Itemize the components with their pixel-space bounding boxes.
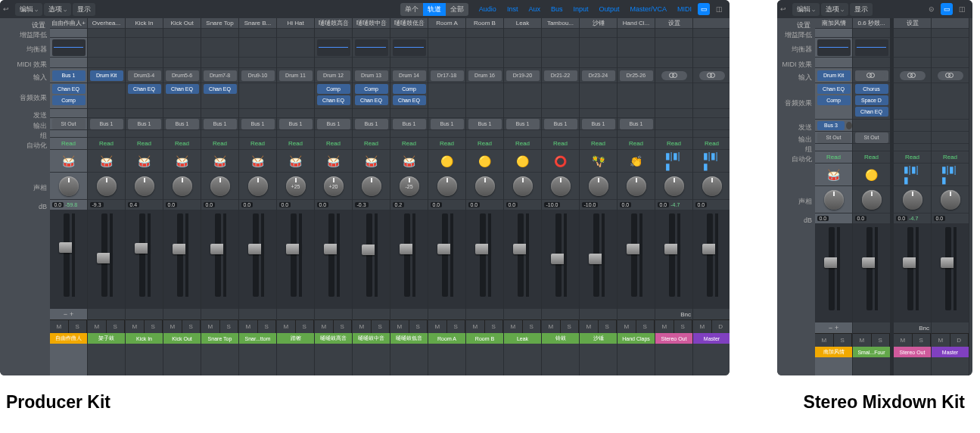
channel-strip[interactable]: Hi HatDrum 11Bus 1Read🥁+250.0MS踏镲 bbox=[277, 18, 315, 375]
automation-mode[interactable]: Read bbox=[428, 138, 465, 150]
solo-button[interactable]: S bbox=[145, 320, 163, 333]
fx-insert[interactable]: Comp bbox=[52, 95, 86, 105]
sends[interactable] bbox=[428, 109, 465, 118]
layout-icon-wide[interactable]: ▭ bbox=[698, 3, 710, 15]
automation-mode[interactable]: Read bbox=[239, 138, 276, 150]
output-slot[interactable]: Bus 1 bbox=[542, 118, 579, 130]
input-slot[interactable]: Dr19-20 bbox=[504, 68, 541, 83]
automation-mode[interactable]: Read bbox=[504, 138, 541, 150]
fader-area[interactable] bbox=[315, 210, 352, 309]
mute-button[interactable]: M bbox=[693, 320, 712, 333]
output-slot[interactable] bbox=[655, 118, 692, 130]
eq-thumbnail[interactable] bbox=[580, 38, 617, 58]
input-slot[interactable] bbox=[693, 68, 730, 83]
pan-knob[interactable] bbox=[353, 173, 390, 200]
automation-mode[interactable]: Read bbox=[50, 138, 87, 150]
pan-knob[interactable] bbox=[504, 173, 541, 200]
input-slot[interactable]: Dr23-24 bbox=[580, 68, 617, 83]
automation-mode[interactable]: Read bbox=[853, 151, 890, 164]
output-slot[interactable]: Bus 1 bbox=[126, 118, 163, 130]
input-slot[interactable]: Drum 12 bbox=[315, 68, 352, 83]
sends[interactable] bbox=[542, 109, 579, 118]
fader-area[interactable] bbox=[390, 210, 428, 309]
stereo-io-icon[interactable] bbox=[699, 71, 725, 80]
audio-fx[interactable] bbox=[580, 83, 617, 109]
eq-thumbnail[interactable] bbox=[466, 38, 503, 58]
eq-thumbnail[interactable] bbox=[428, 38, 465, 58]
input-slot[interactable]: Drum3-4 bbox=[126, 68, 163, 83]
mute-button[interactable]: M bbox=[618, 320, 636, 333]
fader-area[interactable] bbox=[932, 224, 969, 322]
stereo-io-icon[interactable] bbox=[859, 71, 885, 80]
audio-fx[interactable]: Chan EQ bbox=[126, 83, 163, 109]
eq-thumbnail[interactable] bbox=[390, 38, 428, 58]
mute-button[interactable]: M bbox=[428, 320, 447, 333]
view-segment[interactable]: 单个 轨道 全部 bbox=[400, 3, 468, 16]
channel-strip[interactable]: Kick OutDrum5-6Chan EQBus 1Read🥁0.0MSKic… bbox=[163, 18, 201, 375]
seg-single[interactable]: 单个 bbox=[400, 3, 423, 16]
automation-mode[interactable]: Read bbox=[88, 138, 125, 150]
automation-mode[interactable]: Read bbox=[315, 138, 352, 150]
sends[interactable] bbox=[88, 109, 125, 118]
fx-insert[interactable]: Chorus bbox=[855, 84, 888, 94]
fx-insert[interactable]: Chan EQ bbox=[855, 107, 888, 117]
channel-strip[interactable]: Overhea...Drum KitBus 1Read🥁-9.3MS架子鼓 bbox=[88, 18, 126, 375]
sends[interactable]: Bus 3 bbox=[815, 120, 852, 132]
sends[interactable] bbox=[580, 109, 617, 118]
audio-fx[interactable] bbox=[542, 83, 579, 109]
sends[interactable] bbox=[504, 109, 541, 118]
solo-button[interactable]: S bbox=[447, 320, 466, 333]
ellipsis-icon[interactable]: ⊝ bbox=[926, 3, 938, 15]
options-menu[interactable]: 选项 bbox=[821, 3, 848, 16]
eq-thumbnail[interactable] bbox=[815, 38, 852, 58]
automation-mode[interactable]: Read bbox=[932, 151, 969, 164]
eq-thumbnail[interactable] bbox=[353, 38, 390, 58]
solo-button[interactable]: S bbox=[220, 320, 239, 333]
pan-knob[interactable] bbox=[815, 186, 852, 213]
output-slot[interactable]: St Out bbox=[853, 132, 890, 144]
mute-button[interactable]: M bbox=[163, 320, 182, 333]
sends[interactable] bbox=[50, 109, 87, 118]
input-slot[interactable] bbox=[894, 68, 931, 83]
output-slot[interactable]: Bus 1 bbox=[353, 118, 390, 130]
fader-area[interactable] bbox=[126, 210, 163, 309]
audio-fx[interactable]: CompChan EQ bbox=[315, 83, 352, 109]
mute-button[interactable]: M bbox=[466, 320, 485, 333]
solo-button[interactable]: D bbox=[950, 334, 969, 347]
sends[interactable] bbox=[126, 109, 163, 118]
fader-area[interactable] bbox=[618, 210, 655, 309]
solo-button[interactable]: S bbox=[409, 320, 428, 333]
output-slot[interactable]: Bus 1 bbox=[580, 118, 617, 130]
output-slot[interactable]: Bus 1 bbox=[618, 118, 655, 130]
output-strip[interactable]: Read⁠▮|▮|▮0.0MDMaster bbox=[932, 18, 969, 375]
mute-button[interactable]: M bbox=[50, 320, 69, 333]
fx-insert[interactable]: Chan EQ bbox=[52, 84, 86, 94]
eq-thumbnail[interactable] bbox=[239, 38, 276, 58]
channel-strip[interactable]: 沙锤Dr23-24Bus 1Read🪇-10.0MS沙锤 bbox=[580, 18, 618, 375]
eq-thumbnail[interactable] bbox=[504, 38, 541, 58]
audio-fx[interactable] bbox=[239, 83, 276, 109]
solo-button[interactable]: S bbox=[334, 320, 353, 333]
output-slot[interactable]: Bus 1 bbox=[163, 118, 201, 130]
pan-knob[interactable] bbox=[618, 173, 655, 200]
pan-knob[interactable] bbox=[201, 173, 238, 200]
solo-button[interactable]: S bbox=[913, 334, 932, 347]
solo-button[interactable]: S bbox=[258, 320, 277, 333]
eq-thumbnail[interactable] bbox=[88, 38, 125, 58]
fx-insert[interactable]: Chan EQ bbox=[128, 84, 161, 94]
filter-audio[interactable]: Audio bbox=[474, 4, 501, 14]
channel-strip[interactable]: 嗵嗵鼓中音Drum 13CompChan EQBus 1Read🥁-0.3MS嗵… bbox=[353, 18, 390, 375]
filter-output[interactable]: Output bbox=[594, 4, 624, 14]
channel-strip[interactable]: 嗵嗵鼓高音Drum 12CompChan EQBus 1Read🥁+200.0M… bbox=[315, 18, 353, 375]
fader-area[interactable] bbox=[504, 210, 541, 309]
seg-all[interactable]: 全部 bbox=[446, 3, 468, 16]
output-slot[interactable] bbox=[932, 132, 969, 144]
channel-strip[interactable]: Room BDrum 16Bus 1Read🟡0.0MSRoom B bbox=[466, 18, 504, 375]
fader-area[interactable] bbox=[466, 210, 503, 309]
pan-knob[interactable] bbox=[239, 173, 276, 200]
solo-button[interactable]: S bbox=[636, 320, 655, 333]
input-slot[interactable]: Drum Kit bbox=[88, 68, 125, 83]
mute-button[interactable]: M bbox=[353, 320, 372, 333]
fader-area[interactable] bbox=[239, 210, 276, 309]
solo-button[interactable]: S bbox=[372, 320, 390, 333]
